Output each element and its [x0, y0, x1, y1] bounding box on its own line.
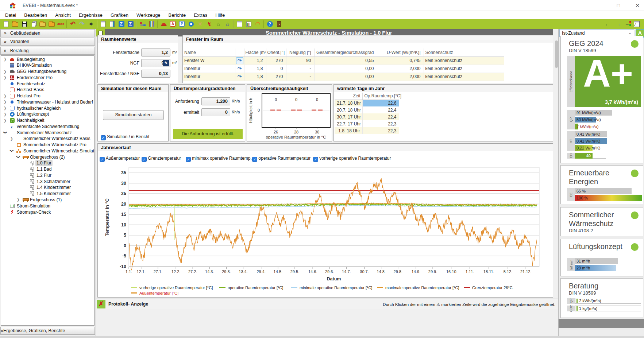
summary-doc-icon[interactable] [108, 20, 116, 28]
goto-end-icon[interactable]: → [624, 20, 632, 28]
tree-item-erdgeschoss-1-[interactable]: ❯Erdgeschoss (1) [1, 197, 95, 203]
hydraulik-icon[interactable]: P [178, 20, 186, 28]
expand-arrow-icon[interactable]: ❯ [3, 94, 7, 98]
scrollbar-thumb[interactable] [555, 40, 558, 68]
menu-bearbeiten[interactable]: Bearbeiten [20, 12, 51, 19]
checkbox-checked-icon[interactable]: ✓ [252, 157, 257, 162]
new-file-icon[interactable] [2, 20, 10, 28]
bericht-liste-icon[interactable] [236, 20, 244, 28]
tree-item-geg-heizungsbewertung[interactable]: ❯GEG Heizungsbewertung [1, 69, 95, 75]
checkbox-checked-icon[interactable]: ✓ [142, 157, 147, 162]
baubegleitung-icon[interactable] [160, 20, 168, 28]
waermste-row-4[interactable]: 1.8. 18 Uhr22,3 [335, 127, 399, 134]
menu-berichte[interactable]: Berichte [165, 12, 190, 19]
tree-item-sommerlicher-wärmeschutz[interactable]: ❯Sommerlicher Wärmeschutz [1, 129, 95, 136]
export-icon[interactable] [48, 20, 56, 28]
undo-icon[interactable]: ↶ [69, 20, 77, 28]
bhkw-icon[interactable]: ⌂ [224, 20, 232, 28]
import-icon[interactable] [39, 20, 47, 28]
protokoll-close-icon[interactable]: ✗ [97, 300, 105, 308]
expand-arrow-icon[interactable]: ❯ [3, 100, 7, 104]
tree-item-strom-simulation[interactable]: Strom-Simulation [1, 203, 95, 209]
tree-item-1-5-kinderzimmer[interactable]: 1.5 Kinderzimmer [1, 191, 95, 197]
sommer-icon[interactable]: ☀ [196, 20, 204, 28]
demo-icon[interactable]: demo [57, 20, 65, 28]
field-fensterfl-che[interactable]: 1,2 [141, 48, 170, 57]
expand-arrow-icon[interactable]: ❯ [16, 198, 20, 202]
lueftung-icon[interactable] [187, 20, 195, 28]
field-fensterfl-che-ngf[interactable]: 0,13 [141, 70, 170, 78]
waermste-row-3[interactable]: 22.7. 17 Uhr22,3 [335, 120, 399, 127]
collapse-arrow-icon[interactable]: ❯ [3, 131, 7, 135]
tree-item-1-4-kinderzimmer[interactable]: 1.4 Kinderzimmer [1, 184, 95, 191]
close-button[interactable]: ✕ [632, 2, 643, 9]
tree-item-sommerlicher-wärmeschutz-basis[interactable]: ❯Sommerlicher Wärmeschutz Basis [1, 136, 95, 142]
hilfe-icon[interactable]: ? [266, 20, 274, 28]
copy-icon[interactable] [30, 20, 38, 28]
checkbox-checked-icon[interactable]: ✓ [313, 157, 318, 162]
tree-item-vereinfachte-sachwertermittlung[interactable]: vereinfachte Sachwertermittlung [1, 123, 95, 129]
expand-arrow-icon[interactable]: ❯ [10, 137, 14, 141]
sidebar-section-ergebnisse[interactable]: »Ergebnisse, Grafiken, Berichte [0, 327, 95, 335]
waermste-row-2[interactable]: 30.7. 17 Uhr22,4 [335, 113, 399, 120]
tree-item-heizlast-basis[interactable]: Heizlast Basis [1, 87, 95, 93]
collapse-arrow-icon[interactable]: ❯ [10, 149, 14, 153]
collapse-arrow-icon[interactable]: ❯ [16, 155, 20, 159]
menu-ergebnisse[interactable]: Ergebnisse [75, 12, 107, 19]
tree-item-1-1-bad[interactable]: 1.1 Bad [1, 166, 95, 172]
jahresverlauf-checkbox-2[interactable]: ✓ min/max operative Raumtemp. [186, 156, 252, 162]
tree-item-obergeschoss-2-[interactable]: ❯Obergeschoss (2) [1, 154, 95, 160]
expand-arrow-icon[interactable]: ❯ [3, 57, 7, 61]
jahresverlauf-checkbox-0[interactable]: ✓ Außentemperatur [100, 156, 140, 162]
checkbox-checked-icon[interactable]: ✓ [101, 135, 106, 140]
wizard-icon[interactable]: ✶ [87, 20, 95, 28]
kurve-icon[interactable]: ◠ [254, 20, 262, 28]
expand-arrow-icon[interactable]: ❯ [3, 112, 7, 116]
fenster-row-1[interactable]: Innentür↷1,80-0,002,000kein Sonnenschutz [183, 65, 504, 73]
beenden-icon[interactable] [275, 20, 283, 28]
expand-arrow-icon[interactable]: ❯ [3, 70, 7, 74]
redo-icon[interactable]: ↷ [78, 20, 86, 28]
tree-item-1-3-schlafzimmer[interactable]: 1.3 Schlafzimmer [1, 178, 95, 184]
tree-item-trinkwarmwasser-heizlast-und-bedarf[interactable]: ❯Trinkwarmwasser - Heizlast und Bedarf [1, 99, 95, 105]
menu-extras[interactable]: Extras [190, 12, 211, 19]
field-ermittelt[interactable]: 0 [201, 108, 230, 116]
vertical-scrollbar[interactable] [554, 29, 558, 299]
tree-item-1-2-flur[interactable]: 1.2 Flur [1, 172, 95, 178]
jahresverlauf-checkbox-4[interactable]: ✓ vorherige operative Raumtemperatur [313, 156, 391, 162]
sum-basis-icon[interactable]: Σ [117, 20, 126, 28]
menu-datei[interactable]: Datei [1, 12, 20, 19]
tree-item-hydraulischer-abgleich[interactable]: ❯hydraulischer Abgleich [1, 105, 95, 111]
save-icon[interactable] [20, 20, 28, 28]
maximize-button[interactable]: □ [613, 2, 624, 9]
tree-item-feuchteschutz[interactable]: Feuchteschutz [1, 81, 95, 87]
heizlast-icon[interactable]: A [169, 20, 177, 28]
tree-item-stromspar-check[interactable]: Stromspar-Check [1, 209, 95, 215]
checkbox-checked-icon[interactable]: ✓ [100, 157, 105, 162]
edit-pencil-icon[interactable]: ✎ [163, 60, 169, 66]
bericht-diagramm-icon[interactable] [245, 20, 253, 28]
simulation-in-bericht-checkbox[interactable]: ✓ Simulation / in Bericht [101, 134, 149, 140]
waermste-row-1[interactable]: 20.7. 18 Uhr22,4 [335, 106, 399, 113]
field-anforderung[interactable]: 1.200 [201, 97, 230, 105]
sidebar-section-beratung[interactable]: »Beratung [0, 47, 95, 55]
tree-item-sommerlicher-wärmeschutz-simulation[interactable]: ❯Sommerlicher Wärmeschutz Simulation [1, 148, 95, 154]
sachwert-icon[interactable]: ⌂ [215, 20, 223, 28]
building-elements-icon[interactable] [148, 20, 156, 28]
jahresverlauf-checkbox-1[interactable]: ✓ Grenztemperatur [142, 156, 181, 162]
diagramm-icon[interactable]: ∕ [633, 20, 641, 28]
field-ngf[interactable]: 9,8✎ [141, 59, 170, 67]
open-project-icon[interactable] [11, 20, 19, 28]
checkbox-checked-icon[interactable]: ✓ [186, 157, 191, 162]
jahresverlauf-checkbox-3[interactable]: ✓ operative Raumtemperatur [252, 156, 311, 162]
tree-item-baubegleitung[interactable]: ❯Baubegleitung [1, 56, 95, 62]
strom-icon[interactable]: ↯ [205, 20, 213, 28]
sum-pro-icon[interactable]: Σ [127, 20, 135, 28]
tree-item-heizlast-pro[interactable]: ❯Heizlast Pro [1, 93, 95, 99]
fenster-row-2[interactable]: Innentür↷1,8270-0,002,000kein Sonnenschu… [183, 73, 504, 81]
tree-item-förderrechner-pro[interactable]: ❯Förderrechner Pro [1, 74, 95, 81]
waermste-row-0[interactable]: 21.7. 18 Uhr22,6 [335, 100, 399, 106]
report-doc-icon[interactable] [99, 20, 107, 28]
expand-arrow-icon[interactable]: ❯ [3, 119, 7, 123]
sidebar-section-gebaeudedaten[interactable]: »Gebäudedaten [0, 29, 95, 37]
